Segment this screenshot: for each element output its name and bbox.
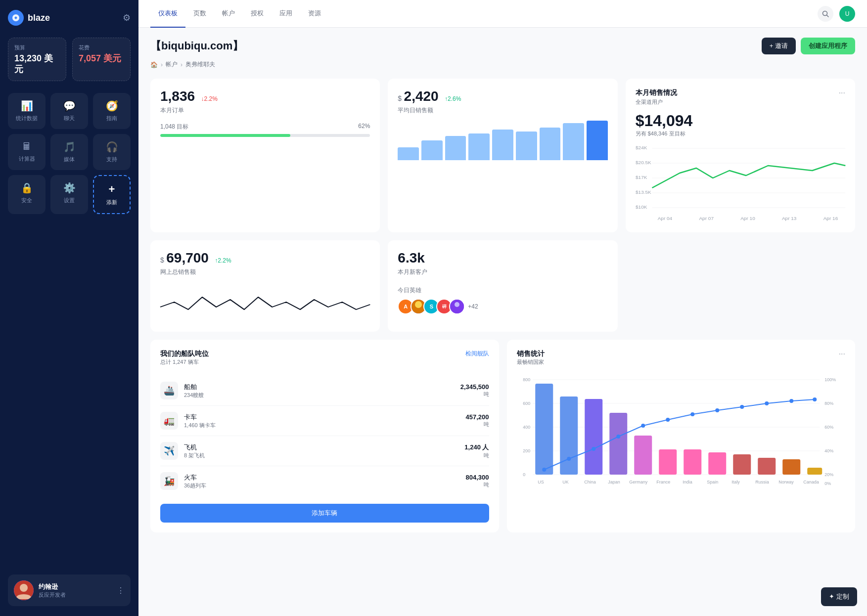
svg-point-55 — [616, 435, 620, 439]
sales-label: 平均日销售额 — [398, 106, 607, 115]
top-nav-tabs: 仪表板 页数 帐户 授权 应用 资源 — [150, 0, 329, 28]
logo-icon — [8, 10, 24, 26]
add-vehicle-button[interactable]: 添加车辆 — [160, 504, 489, 523]
stat-card-total: $ 69,700 ↑2.2% 网上总销售额 — [150, 240, 380, 332]
more-icon[interactable]: ··· — [839, 88, 845, 97]
chat-icon: 💬 — [63, 100, 76, 112]
sales-monthly-card: 本月销售情况 全渠道用户 ··· $14,094 另有 $48,346 至目标 … — [626, 79, 855, 232]
expenses-label: 花费 — [79, 44, 124, 51]
stat-card-orders: 1,836 ↓2.2% 本月订单 1,048 目标 62% — [150, 79, 380, 232]
sales-stats-title: 销售统计 — [517, 350, 545, 358]
bar-2 — [421, 140, 443, 160]
hero-label: 今日英雄 — [398, 286, 607, 295]
tab-apps[interactable]: 应用 — [272, 0, 300, 28]
breadcrumb-accounts[interactable]: 帐户 — [166, 60, 178, 69]
media-icon: 🎵 — [63, 141, 76, 153]
nav-label-guide: 指南 — [106, 115, 117, 122]
fleet-count-ship: 234艘艘 — [184, 392, 455, 399]
orders-label: 本月订单 — [160, 106, 370, 115]
stats-row2: $ 69,700 ↑2.2% 网上总销售额 6.3k 本月新客户 — [150, 240, 855, 332]
fleet-item-train: 🚂 火车 36趟列车 804,300 吨 — [160, 466, 489, 496]
orders-change: ↓2.2% — [201, 95, 218, 102]
svg-text:60%: 60% — [824, 425, 833, 430]
invite-button[interactable]: + 邀请 — [762, 38, 796, 54]
fleet-count-truck: 1,460 辆卡车 — [184, 422, 460, 429]
svg-point-2 — [20, 584, 28, 592]
svg-text:China: China — [584, 480, 596, 484]
nav-item-support[interactable]: 🎧 支持 — [93, 134, 131, 170]
page-actions: + 邀请 创建应用程序 — [762, 38, 855, 54]
create-app-button[interactable]: 创建应用程序 — [801, 38, 855, 54]
svg-text:Apr 07: Apr 07 — [699, 216, 714, 221]
tab-accounts[interactable]: 帐户 — [214, 0, 243, 28]
svg-point-62 — [789, 399, 793, 403]
tab-pages[interactable]: 页数 — [185, 0, 214, 28]
bar-3 — [445, 136, 466, 160]
nav-item-guide[interactable]: 🧭 指南 — [93, 93, 131, 129]
page-content: 【biqubiqu.com】 + 邀请 创建应用程序 🏠 › 帐户 › 奥弗维耶… — [138, 28, 867, 616]
nav-item-add[interactable]: + 添新 — [93, 175, 131, 214]
calculator-icon: 🖩 — [22, 141, 32, 152]
svg-text:Russia: Russia — [755, 480, 769, 484]
svg-rect-47 — [708, 452, 726, 475]
svg-text:Canada: Canada — [803, 480, 819, 484]
expenses-value: 7,057 美元 — [79, 53, 124, 64]
svg-text:Japan: Japan — [608, 480, 620, 484]
fleet-name-truck: 卡车 — [184, 413, 460, 422]
svg-rect-42 — [585, 399, 602, 475]
svg-rect-49 — [758, 458, 776, 475]
nav-item-calculator[interactable]: 🖩 计算器 — [8, 134, 46, 170]
svg-point-58 — [690, 412, 694, 416]
fleet-item-plane: ✈️ 飞机 8 架飞机 1,240 人 吨 — [160, 436, 489, 466]
tab-auth[interactable]: 授权 — [243, 0, 272, 28]
truck-icon: 🚛 — [160, 412, 178, 430]
customize-button[interactable]: ✦ 定制 — [821, 587, 857, 606]
progress-label: 1,048 目标 — [160, 123, 188, 131]
svg-rect-44 — [634, 436, 652, 475]
logo-text: blaze — [28, 13, 50, 23]
page-header: 【biqubiqu.com】 + 邀请 创建应用程序 — [150, 38, 855, 54]
nav-label-media: 媒体 — [64, 156, 75, 163]
svg-point-59 — [715, 408, 719, 412]
nav-label-settings: 设置 — [64, 197, 75, 204]
sales-monthly-title: 本月销售情况 — [636, 88, 677, 97]
fleet-card: 我们的船队吨位 总计 1,247 辆车 检阅舰队 🚢 船舶 234艘艘 2,34… — [150, 340, 499, 532]
orders-progress: 1,048 目标 62% — [160, 123, 370, 137]
bar-9 — [587, 121, 608, 160]
user-role: 反应开发者 — [39, 591, 112, 599]
svg-text:0%: 0% — [824, 481, 831, 486]
svg-text:UK: UK — [562, 480, 569, 484]
logo: blaze — [8, 10, 50, 26]
train-icon: 🚂 — [160, 472, 178, 490]
svg-text:80%: 80% — [824, 401, 833, 406]
tab-dashboard[interactable]: 仪表板 — [150, 0, 185, 28]
fleet-subtitle: 总计 1,247 辆车 — [160, 358, 209, 366]
sales-line-chart: $24K $20.5K $17K $13.5K $10K — [636, 143, 845, 222]
sales-stats-more[interactable]: ··· — [839, 350, 845, 358]
ship-icon: 🚢 — [160, 382, 178, 399]
guide-icon: 🧭 — [106, 100, 118, 112]
progress-pct: 62% — [358, 123, 370, 131]
nav-item-security[interactable]: 🔒 安全 — [8, 175, 46, 214]
svg-text:$10K: $10K — [636, 205, 647, 210]
sidebar: blaze ⚙ 预算 13,230 美元 花费 7,057 美元 📊 统计数据 … — [0, 0, 138, 616]
search-button[interactable] — [818, 6, 833, 22]
nav-item-chat[interactable]: 💬 聊天 — [50, 93, 88, 129]
svg-rect-41 — [560, 396, 578, 475]
page-title: 【biqubiqu.com】 — [150, 39, 243, 53]
sidebar-settings-icon[interactable]: ⚙ — [123, 12, 131, 23]
sidebar-header: blaze ⚙ — [8, 10, 131, 26]
fleet-link[interactable]: 检阅舰队 — [465, 350, 489, 358]
tab-resources[interactable]: 资源 — [300, 0, 329, 28]
fleet-unit-ship: 吨 — [460, 391, 489, 398]
svg-line-4 — [827, 15, 829, 17]
breadcrumb: 🏠 › 帐户 › 奥弗维耶夫 — [150, 60, 855, 69]
user-menu-icon[interactable]: ⋮ — [117, 586, 125, 595]
svg-point-54 — [592, 447, 595, 451]
nav-label-calculator: 计算器 — [19, 155, 35, 163]
nav-item-stats[interactable]: 📊 统计数据 — [8, 93, 46, 129]
sales-stats-card: 销售统计 最畅销国家 ··· 800 600 400 200 0 — [507, 340, 856, 532]
nav-item-settings[interactable]: ⚙️ 设置 — [50, 175, 88, 214]
nav-item-media[interactable]: 🎵 媒体 — [50, 134, 88, 170]
fleet-unit-truck: 吨 — [466, 421, 489, 428]
